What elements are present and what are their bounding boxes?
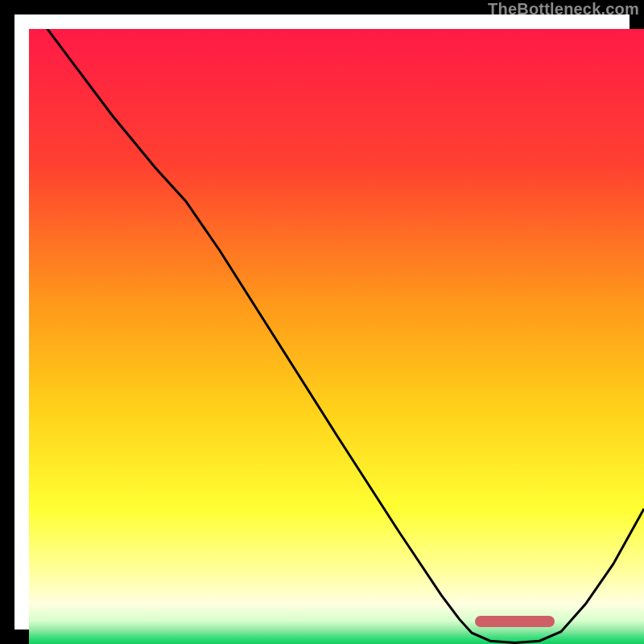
watermark-text: TheBottleneck.com <box>488 0 639 19</box>
chart-frame <box>0 0 644 644</box>
heat-gradient-background <box>29 29 644 644</box>
optimal-range-marker <box>475 616 555 627</box>
plot-area <box>29 29 644 644</box>
